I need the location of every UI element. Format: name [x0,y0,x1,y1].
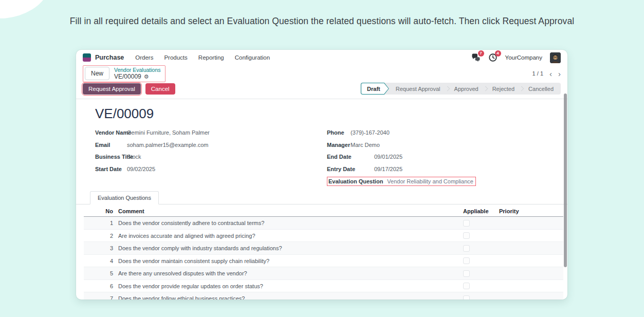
odoo-window: Purchase Orders Products Reporting Confi… [76,50,567,300]
stage-cancelled[interactable]: Cancelled [522,86,560,92]
vertical-scrollbar-thumb[interactable] [564,94,567,267]
appliable-checkbox[interactable] [463,245,470,252]
stage-rejected[interactable]: Rejected [486,86,521,92]
avatar-image [550,52,561,63]
appliable-checkbox[interactable] [463,283,470,289]
tutorial-banner: Fill in all required details and select … [0,16,644,27]
top-navbar: Purchase Orders Products Reporting Confi… [76,50,567,65]
field-entry-date: Entry Date 09/17/2025 [327,163,567,175]
comment-cell[interactable]: Does the vendor follow ethical business … [113,295,463,300]
company-switcher[interactable]: YourCompany [505,54,542,61]
appliable-checkbox[interactable] [463,270,470,277]
tab-evaluation-questions[interactable]: Evaluation Questions [90,191,159,204]
comment-cell[interactable]: Does the vendor consistently adhere to c… [113,220,463,226]
nav-item-orders[interactable]: Orders [135,54,153,61]
breadcrumb-current: VE/00009 ⚙ [114,73,160,80]
app-name[interactable]: Purchase [95,54,124,61]
appliable-checkbox[interactable] [463,295,470,300]
breadcrumb: Vendor Evaluations VE/00009 ⚙ [114,67,160,81]
stage-approved[interactable]: Approved [448,86,485,92]
appliable-checkbox[interactable] [463,220,470,227]
breadcrumb-highlight-box: New Vendor Evaluations VE/00009 ⚙ [83,65,165,82]
nav-item-products[interactable]: Products [164,54,187,61]
form-status-bar: Request Approval Cancel Draft Request Ap… [76,82,567,99]
comment-cell[interactable]: Does the vendor maintain consistent supp… [113,258,463,264]
field-email: Email soham.palmer15@example.com [95,139,327,151]
messages-badge: 7 [478,50,484,57]
pager-next-icon[interactable]: › [558,70,561,78]
nav-item-reporting[interactable]: Reporting [198,54,224,61]
stage-request-approval[interactable]: Request Approval [389,86,447,92]
table-row[interactable]: 1 Does the vendor consistently adhere to… [84,217,563,230]
table-header-row: No Comment Appliable Priority [84,206,563,217]
field-evaluation-question: Evaluation Question Vendor Reliability a… [327,175,567,188]
field-grid: Vendor Name Gemini Furniture, Soham Palm… [95,126,567,187]
header-no: No [84,208,113,214]
appliable-checkbox[interactable] [463,232,470,239]
table-row[interactable]: 2 Are invoices accurate and aligned with… [84,230,563,243]
evaluation-question-highlight-box: Evaluation Question Vendor Reliability a… [327,177,476,186]
comment-cell[interactable]: Does the vendor comply with industry sta… [113,245,463,251]
table-row[interactable]: 3 Does the vendor comply with industry s… [84,242,563,255]
table-row[interactable]: 7 Does the vendor follow ethical busines… [84,292,563,300]
stage-pipeline: Draft Request Approval Approved Rejected… [360,83,561,95]
request-approval-button[interactable]: Request Approval [83,83,141,95]
messages-icon[interactable]: 7 [471,53,481,62]
navbar-systray: 7 4 YourCompany [471,52,561,63]
notebook-tabbar: Evaluation Questions [76,191,567,204]
comment-cell[interactable]: Are there any unresolved disputes with t… [113,270,463,276]
field-phone: Phone (379)-167-2040 [327,126,567,139]
record-title: VE/00009 [95,106,567,125]
table-row[interactable]: 5 Are there any unresolved disputes with… [84,267,563,280]
record-name: VE/00009 [114,73,141,80]
new-button[interactable]: New [85,67,109,80]
field-business-title: Business Title Stock [95,151,327,163]
table-row[interactable]: 4 Does the vendor maintain consistent su… [84,255,563,268]
pager-previous-icon[interactable]: ‹ [549,70,552,78]
gear-icon[interactable]: ⚙ [144,73,149,80]
control-panel: New Vendor Evaluations VE/00009 ⚙ 1 / 1 … [76,65,567,82]
pager-count[interactable]: 1 / 1 [532,70,543,77]
table-row[interactable]: 6 Does the vendor provide regular update… [84,280,563,293]
stage-draft[interactable]: Draft [361,83,389,95]
activities-badge: 4 [495,50,501,57]
breadcrumb-parent-link[interactable]: Vendor Evaluations [114,67,160,73]
appliable-checkbox[interactable] [463,257,470,264]
field-start-date: Start Date 09/02/2025 [95,163,327,175]
user-avatar[interactable] [550,52,561,63]
header-priority: Priority [499,208,538,214]
comment-cell[interactable]: Are invoices accurate and aligned with a… [113,233,463,239]
field-column-right: Phone (379)-167-2040 Manager Marc Demo E… [327,126,567,187]
pager: 1 / 1 ‹ › [532,70,561,78]
field-manager: Manager Marc Demo [327,139,567,151]
activities-icon[interactable]: 4 [488,53,498,62]
field-column-left: Vendor Name Gemini Furniture, Soham Palm… [95,126,327,187]
field-vendor-name: Vendor Name Gemini Furniture, Soham Palm… [95,126,327,139]
apps-menu-icon[interactable] [83,53,91,62]
form-sheet: VE/00009 Vendor Name Gemini Furniture, S… [76,106,567,300]
comment-cell[interactable]: Does the vendor provide regular updates … [113,283,463,289]
cancel-button[interactable]: Cancel [145,83,175,95]
field-end-date: End Date 09/01/2025 [327,151,567,163]
nav-item-configuration[interactable]: Configuration [235,54,270,61]
header-appliable: Appliable [463,208,499,214]
evaluation-questions-table: No Comment Appliable Priority 1 Does the… [84,206,563,300]
header-comment: Comment [113,208,463,214]
